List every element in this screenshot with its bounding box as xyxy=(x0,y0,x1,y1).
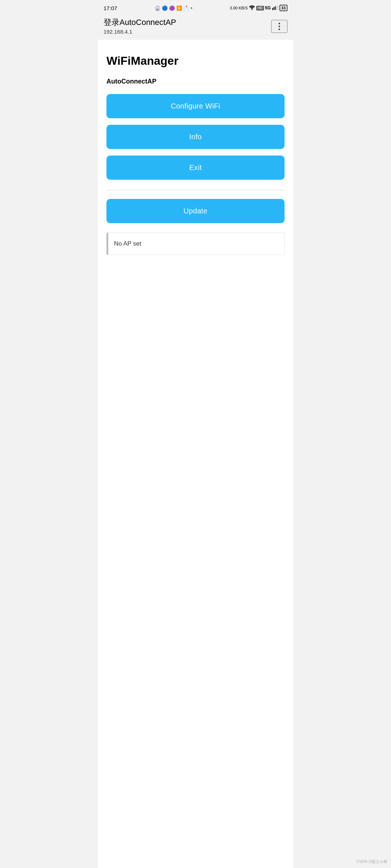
ap-name: AutoConnectAP xyxy=(106,78,156,85)
svg-point-0 xyxy=(252,9,253,10)
hd-badge: HD xyxy=(256,6,264,10)
status-icons: 🎡 🔵 🟣 ▶️ 📩 • xyxy=(155,5,193,11)
main-content: WiFiManager AutoConnectAP Configure WiFi… xyxy=(98,40,293,868)
divider xyxy=(106,190,285,190)
info-box: No AP set xyxy=(106,233,285,255)
battery-icon: 33 xyxy=(279,5,287,11)
app-bar-titles: 登录AutoConnectAP 192.168.4.1 xyxy=(104,17,176,35)
page-title: WiFiManager xyxy=(106,54,178,68)
app-icon-5: 📩 xyxy=(184,5,189,11)
wifi-icon xyxy=(249,5,255,11)
status-bar: 17:07 🎡 🔵 🟣 ▶️ 📩 • 3.00 KB/S HD 5G xyxy=(98,0,293,14)
network-type: 5G xyxy=(265,5,271,10)
status-time: 17:07 xyxy=(104,5,117,11)
svg-rect-4 xyxy=(276,5,277,10)
app-icon-3: 🟣 xyxy=(169,5,175,11)
overflow-menu-button[interactable]: ⋮ xyxy=(271,20,287,33)
app-bar: 登录AutoConnectAP 192.168.4.1 ⋮ xyxy=(98,14,293,40)
svg-rect-2 xyxy=(273,7,274,10)
info-button[interactable]: Info xyxy=(106,125,285,149)
svg-rect-1 xyxy=(272,8,273,10)
status-right: 3.00 KB/S HD 5G 33 xyxy=(230,5,287,11)
app-icon-2: 🔵 xyxy=(162,5,168,11)
network-speed: 3.00 KB/S xyxy=(230,6,248,10)
update-button[interactable]: Update xyxy=(106,199,285,223)
app-bar-title: 登录AutoConnectAP xyxy=(104,17,176,28)
app-icon-1: 🎡 xyxy=(155,5,160,11)
info-box-text: No AP set xyxy=(114,240,141,247)
exit-button[interactable]: Exit xyxy=(106,156,285,180)
configure-wifi-button[interactable]: Configure WiFi xyxy=(106,94,285,118)
signal-icon xyxy=(272,5,278,11)
svg-rect-3 xyxy=(275,6,276,10)
app-bar-subtitle: 192.168.4.1 xyxy=(104,28,176,35)
dot-icon: • xyxy=(191,5,193,11)
svg-rect-5 xyxy=(278,5,278,10)
app-icon-4: ▶️ xyxy=(176,5,182,11)
